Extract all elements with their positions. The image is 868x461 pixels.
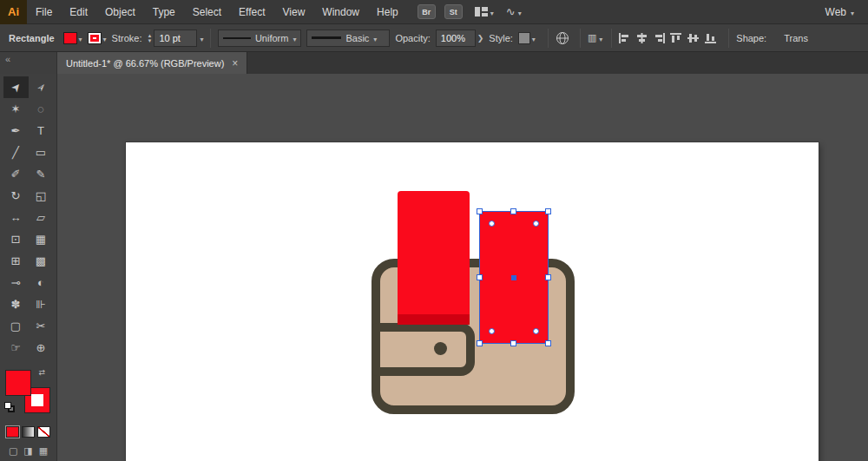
stroke-panel-link[interactable]: Stroke:	[112, 33, 142, 43]
default-fill-stroke-icon[interactable]	[4, 402, 15, 412]
rectangle-tool[interactable]: ▭	[29, 142, 54, 163]
scale-tool[interactable]: ◱	[29, 185, 54, 207]
rotate-tool[interactable]: ↻	[3, 185, 29, 207]
align-bottom-icon[interactable]	[705, 33, 716, 43]
stroke-weight-input[interactable]: 10 pt	[154, 30, 197, 47]
stepper-down-icon[interactable]: ▼	[147, 38, 152, 43]
touch-workspace-icon	[506, 5, 516, 18]
corner-widget[interactable]	[533, 221, 539, 227]
selection-handle[interactable]	[545, 208, 551, 214]
shape-builder-tool[interactable]: ⊡	[3, 228, 29, 250]
wallet-button-shape[interactable]	[434, 342, 447, 355]
tab-close-icon[interactable]: ×	[232, 57, 238, 69]
selected-red-rectangle[interactable]	[479, 211, 549, 344]
draw-normal-icon[interactable]	[9, 445, 17, 457]
stroke-color-button[interactable]	[88, 32, 107, 44]
workspace-switcher[interactable]: Web	[825, 6, 854, 18]
paintbrush-tool-icon: ✐	[11, 168, 21, 181]
type-tool[interactable]: T	[29, 120, 54, 142]
eyedropper-tool[interactable]: ⊸	[3, 272, 29, 293]
red-card-shape[interactable]	[398, 191, 470, 325]
document-tab[interactable]: Untitled-1* @ 66.67% (RGB/Preview) ×	[57, 52, 247, 74]
direct-selection-tool[interactable]: ➢	[29, 76, 54, 98]
brush-dropdown[interactable]: Basic	[306, 30, 390, 47]
draw-mode-buttons	[0, 445, 56, 457]
stroke-weight-dropdown-icon[interactable]	[200, 33, 203, 43]
align-left-icon[interactable]	[619, 33, 630, 43]
symbol-sprayer-tool[interactable]: ✽	[3, 293, 29, 315]
width-profile-dropdown[interactable]: Uniform	[218, 30, 301, 47]
bridge-button[interactable]: Br	[418, 4, 436, 19]
free-transform-tool[interactable]: ▱	[29, 207, 54, 228]
toolbar-collapse-button[interactable]: «	[0, 52, 57, 74]
slice-tool[interactable]: ✂	[29, 315, 54, 337]
column-graph-tool[interactable]: ⊪	[29, 293, 54, 315]
menu-item-help[interactable]: Help	[368, 0, 407, 24]
fill-color-button[interactable]	[63, 32, 82, 44]
none-mode-button[interactable]	[37, 426, 50, 438]
transform-panel-link[interactable]: Trans	[784, 33, 808, 43]
perspective-grid-tool[interactable]: ▦	[29, 228, 54, 250]
menu-item-window[interactable]: Window	[313, 0, 368, 24]
artboard-tool[interactable]: ▢	[3, 315, 29, 337]
menu-item-view[interactable]: View	[274, 0, 314, 24]
corner-widget[interactable]	[489, 328, 495, 334]
lasso-tool[interactable]: ◌	[29, 98, 54, 120]
fill-color-indicator[interactable]	[6, 371, 30, 395]
menu-item-edit[interactable]: Edit	[61, 0, 96, 24]
selection-handle[interactable]	[510, 208, 516, 214]
line-segment-tool[interactable]: ╱	[3, 142, 29, 163]
paintbrush-tool[interactable]: ✐	[3, 163, 29, 185]
chevron-down-icon	[518, 6, 522, 18]
stroke-weight-stepper[interactable]: ▲ ▼	[147, 33, 152, 43]
corner-widget[interactable]	[489, 221, 495, 227]
gradient-mode-button[interactable]	[22, 426, 35, 438]
align-middle-icon[interactable]	[687, 33, 699, 43]
gradient-tool[interactable]: ▩	[29, 250, 54, 272]
selection-handle[interactable]	[510, 340, 516, 346]
menu-item-type[interactable]: Type	[144, 0, 184, 24]
screen-mode-icon[interactable]	[39, 445, 48, 457]
stock-button[interactable]: St	[444, 4, 463, 19]
touch-workspace-button[interactable]	[506, 5, 522, 18]
document-setup-button[interactable]	[556, 31, 569, 45]
draw-behind-icon[interactable]	[23, 445, 32, 457]
swap-fill-stroke-icon[interactable]	[39, 368, 46, 377]
selection-handle[interactable]	[477, 340, 483, 346]
blend-tool[interactable]: ◐	[29, 272, 54, 293]
color-mode-button[interactable]	[6, 426, 19, 438]
opacity-input[interactable]: 100%	[436, 30, 476, 47]
chevron-down-icon	[851, 6, 854, 18]
preferences-button[interactable]: ▥	[588, 32, 602, 43]
selection-handle[interactable]	[477, 208, 483, 214]
menu-item-select[interactable]: Select	[184, 0, 230, 24]
width-tool[interactable]: ↔	[3, 207, 29, 228]
corner-widget[interactable]	[533, 328, 539, 334]
illustrator-logo: Ai	[0, 0, 27, 24]
pencil-tool[interactable]: ✎	[29, 163, 54, 185]
opacity-label[interactable]: Opacity:	[395, 33, 430, 43]
zoom-tool[interactable]: ⊕	[29, 337, 54, 359]
style-dropdown[interactable]	[518, 32, 536, 44]
selection-handle[interactable]	[545, 274, 551, 280]
selection-handle[interactable]	[545, 340, 551, 346]
align-top-icon[interactable]	[670, 33, 681, 43]
canvas[interactable]	[57, 74, 868, 461]
wallet-pocket-shape[interactable]	[372, 323, 475, 376]
selection-tool[interactable]: ➤	[3, 76, 29, 98]
menu-item-file[interactable]: File	[27, 0, 61, 24]
hand-tool[interactable]: ☞	[3, 337, 29, 359]
menu-item-object[interactable]: Object	[96, 0, 144, 24]
rectangle-tool-icon: ▭	[36, 146, 46, 159]
align-right-icon[interactable]	[654, 33, 665, 43]
selection-handle[interactable]	[477, 274, 483, 280]
center-point[interactable]	[511, 275, 516, 280]
pen-tool-icon: ✒	[11, 124, 21, 137]
arrange-documents-button[interactable]	[475, 6, 494, 18]
opacity-expander-icon[interactable]: ❯	[477, 34, 484, 43]
magic-wand-tool[interactable]: ✶	[3, 98, 29, 120]
menu-item-effect[interactable]: Effect	[230, 0, 273, 24]
align-center-icon[interactable]	[636, 33, 648, 43]
pen-tool[interactable]: ✒	[3, 120, 29, 142]
mesh-tool[interactable]: ⊞	[3, 250, 29, 272]
